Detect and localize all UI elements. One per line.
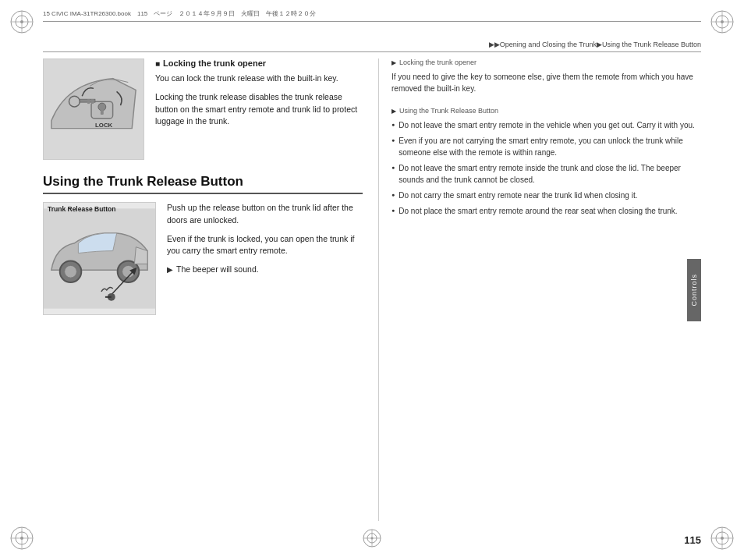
- locking-title: Locking the trunk opener: [155, 58, 363, 68]
- left-column: LOCK Locking the trunk opener You can lo…: [43, 58, 378, 521]
- bullet-item-2: Even if you are not carrying the smart e…: [391, 135, 701, 158]
- trunk-beeper: ▶ The beeper will sound.: [167, 264, 363, 276]
- trunk-bullet-list: Do not leave the smart entry remote in t…: [391, 119, 701, 217]
- trunk-text: Push up the release button on the trunk …: [167, 202, 363, 315]
- locking-section: LOCK Locking the trunk opener You can lo…: [43, 58, 363, 160]
- locking-para1: You can lock the trunk release with the …: [155, 73, 363, 85]
- right-trunk-header: Using the Trunk Release Button: [391, 107, 701, 115]
- trunk-image: Trunk Release Button: [43, 202, 156, 315]
- trunk-image-label: Trunk Release Button: [48, 205, 115, 213]
- svg-point-4: [20, 20, 23, 23]
- right-column: Locking the trunk opener If you need to …: [378, 58, 701, 521]
- bullet-item-1: Do not leave the smart entry remote in t…: [391, 119, 701, 131]
- beeper-arrow: ▶: [167, 264, 173, 275]
- corner-decoration-tl: [8, 8, 36, 36]
- corner-decoration-br: [708, 524, 736, 552]
- svg-point-19: [721, 537, 724, 540]
- bullet-item-3: Do not leave the smart entry remote insi…: [391, 162, 701, 186]
- trunk-section-title: Using the Trunk Release Button: [43, 174, 363, 194]
- breadcrumb: ▶▶Opening and Closing the Trunk▶Using th…: [489, 41, 701, 48]
- bullet-item-4: Do not carry the smart entry remote near…: [391, 190, 701, 201]
- trunk-release-section: Using the Trunk Release Button Trunk Rel…: [43, 174, 363, 315]
- page-number: 115: [684, 534, 701, 546]
- meta-page-label: ページ: [154, 9, 172, 18]
- beeper-text: The beeper will sound.: [176, 264, 259, 276]
- main-content: LOCK Locking the trunk opener You can lo…: [43, 58, 701, 521]
- locking-text: Locking the trunk opener You can lock th…: [155, 58, 363, 160]
- svg-text:LOCK: LOCK: [95, 122, 113, 129]
- corner-decoration-bl: [8, 524, 36, 552]
- svg-point-31: [65, 265, 77, 278]
- right-locking-header: Locking the trunk opener: [391, 58, 701, 66]
- trunk-para1: Push up the release button on the trunk …: [167, 202, 363, 227]
- breadcrumb-divider: [43, 51, 701, 52]
- svg-point-41: [371, 537, 374, 540]
- side-tab: Controls: [687, 259, 701, 321]
- locking-image: LOCK: [43, 58, 144, 160]
- svg-point-9: [721, 20, 724, 23]
- meta-page: 115: [137, 10, 147, 17]
- trunk-para2: Even if the trunk is locked, you can ope…: [167, 233, 363, 258]
- locking-para2: Locking the trunk release disables the t…: [155, 91, 363, 128]
- right-locking-section: Locking the trunk opener If you need to …: [391, 58, 701, 94]
- bottom-center-decoration: [361, 527, 383, 551]
- svg-rect-23: [101, 108, 104, 115]
- svg-rect-27: [91, 99, 94, 104]
- top-meta: 15 CIVIC IMA-31TR26300.book 115 ページ ２０１４…: [43, 9, 701, 22]
- side-tab-label: Controls: [690, 274, 698, 307]
- svg-point-14: [20, 537, 23, 540]
- meta-day: 火曜日: [241, 9, 260, 18]
- bullet-item-5: Do not place the smart entry remote arou…: [391, 205, 701, 217]
- meta-filename: 15 CIVIC IMA-31TR26300.book: [43, 10, 131, 17]
- meta-time: 午後１２時２０分: [266, 9, 316, 18]
- meta-date: ２０１４年９月９日: [179, 9, 235, 18]
- right-locking-text: If you need to give the key to someone e…: [391, 71, 701, 94]
- svg-rect-28: [87, 99, 90, 104]
- trunk-section-content: Trunk Release Button: [43, 202, 363, 315]
- right-trunk-section: Using the Trunk Release Button Do not le…: [391, 107, 701, 217]
- corner-decoration-tr: [708, 8, 736, 36]
